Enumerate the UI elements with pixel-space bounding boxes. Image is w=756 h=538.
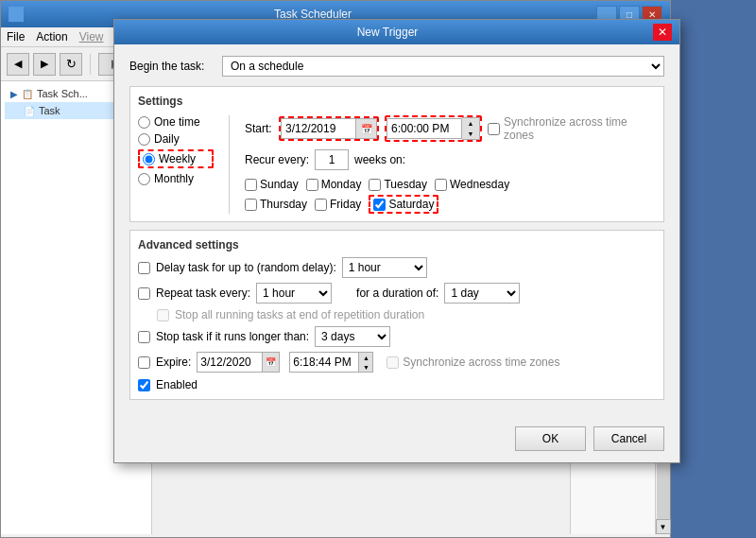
start-time-up-btn[interactable]: ▲ — [462, 118, 479, 129]
settings-inner: One time Daily Weekly Monthly — [138, 115, 656, 214]
modal-footer: OK Cancel — [114, 419, 679, 462]
settings-group: Settings One time Daily — [129, 86, 664, 222]
expire-time-up-btn[interactable]: ▲ — [359, 353, 372, 362]
sync-tz-label: Synchronize across time zones — [504, 115, 656, 142]
stop-running-checkbox — [157, 309, 169, 321]
duration-select[interactable]: 1 day 1 hour 12 hours Indefinitely — [444, 283, 520, 304]
enabled-row: Enabled — [138, 378, 656, 391]
radio-one-time[interactable]: One time — [138, 115, 214, 129]
start-time-input[interactable] — [387, 118, 462, 139]
repeat-task-label: Repeat task every: — [156, 286, 250, 300]
expire-time-down-btn[interactable]: ▼ — [359, 362, 372, 372]
sync-tz-checkbox[interactable] — [488, 123, 500, 135]
day-sunday-checkbox[interactable] — [245, 179, 257, 191]
modal-overlay: New Trigger ✕ Begin the task: On a sched… — [0, 0, 756, 538]
day-friday[interactable]: Friday — [315, 198, 361, 211]
day-friday-label: Friday — [330, 198, 361, 211]
stop-running-label: Stop all running tasks at end of repetit… — [175, 308, 424, 321]
begin-task-label: Begin the task: — [129, 60, 215, 73]
stop-running-row: Stop all running tasks at end of repetit… — [138, 308, 656, 321]
expire-date-input[interactable] — [198, 353, 262, 372]
days-row-2: Thursday Friday Saturday — [245, 195, 656, 214]
radio-weekly[interactable]: Weekly — [138, 149, 214, 168]
modal-body: Begin the task: On a schedule At log on … — [114, 44, 679, 419]
day-monday-label: Monday — [321, 178, 362, 191]
modal-close-button[interactable]: ✕ — [653, 24, 672, 41]
expire-sync-tz: Synchronize across time zones — [387, 356, 559, 369]
day-thursday-label: Thursday — [260, 198, 307, 211]
recur-every-label: Recur every: — [245, 153, 309, 166]
advanced-settings-label: Advanced settings — [138, 238, 656, 252]
expire-time-wrapper: ▲ ▼ — [289, 352, 373, 373]
ok-button[interactable]: OK — [515, 426, 586, 451]
radio-monthly-label: Monthly — [154, 172, 194, 185]
radio-daily-input[interactable] — [138, 133, 150, 146]
day-sunday[interactable]: Sunday — [245, 178, 299, 191]
radio-weekly-label: Weekly — [159, 152, 196, 165]
delay-task-select[interactable]: 1 hour 30 minutes 2 hours — [342, 257, 427, 278]
day-thursday-checkbox[interactable] — [245, 199, 257, 211]
days-grid: Sunday Monday Tuesday — [245, 178, 656, 214]
settings-divider — [229, 115, 230, 214]
recur-row: Recur every: weeks on: — [245, 149, 656, 170]
stop-longer-checkbox[interactable] — [138, 331, 150, 343]
start-label: Start: — [245, 122, 273, 135]
stop-longer-select[interactable]: 3 days 30 minutes 1 hour 2 hours — [315, 326, 390, 347]
right-settings: Start: 📅 ▲ ▼ — [245, 115, 656, 214]
expire-date-btn[interactable]: 📅 — [262, 353, 279, 372]
expire-checkbox[interactable] — [138, 356, 150, 369]
delay-task-row: Delay task for up to (random delay): 1 h… — [138, 257, 656, 278]
delay-task-label: Delay task for up to (random delay): — [156, 261, 336, 274]
day-monday[interactable]: Monday — [306, 178, 362, 191]
expire-sync-checkbox — [387, 356, 399, 369]
day-sunday-label: Sunday — [260, 178, 299, 191]
start-date-input[interactable] — [281, 118, 356, 139]
day-tuesday-checkbox[interactable] — [369, 179, 381, 191]
modal-titlebar: New Trigger ✕ — [114, 20, 679, 44]
repeat-task-select[interactable]: 1 hour 5 minutes 15 minutes 30 minutes — [256, 283, 332, 304]
start-date-btn[interactable]: 📅 — [356, 118, 377, 139]
day-tuesday-label: Tuesday — [384, 178, 427, 191]
radio-weekly-input[interactable] — [143, 153, 155, 165]
start-row: Start: 📅 ▲ ▼ — [245, 115, 656, 142]
stop-longer-label: Stop task if it runs longer than: — [156, 330, 309, 343]
radio-daily-label: Daily — [154, 132, 180, 146]
day-saturday-checkbox[interactable] — [373, 199, 386, 211]
recur-weeks-label: weeks on: — [354, 153, 405, 166]
expire-date-wrapper: 📅 — [197, 352, 280, 373]
expire-row: Expire: 📅 ▲ ▼ Synchronize a — [138, 352, 656, 373]
radio-daily[interactable]: Daily — [138, 132, 214, 146]
radio-one-time-input[interactable] — [138, 116, 150, 129]
cancel-button[interactable]: Cancel — [593, 426, 664, 451]
day-saturday[interactable]: Saturday — [369, 195, 438, 214]
days-row-1: Sunday Monday Tuesday — [245, 178, 656, 191]
radio-monthly[interactable]: Monthly — [138, 172, 214, 185]
recur-every-input[interactable] — [315, 149, 349, 170]
advanced-settings-group: Advanced settings Delay task for up to (… — [129, 230, 664, 400]
day-wednesday[interactable]: Wednesday — [435, 178, 509, 191]
for-duration-label: for a duration of: — [356, 286, 438, 300]
begin-task-select[interactable]: On a schedule At log on At startup — [222, 56, 664, 77]
enabled-label: Enabled — [156, 378, 198, 391]
day-wednesday-checkbox[interactable] — [435, 179, 447, 191]
repeat-task-row: Repeat task every: 1 hour 5 minutes 15 m… — [138, 283, 656, 304]
start-time-down-btn[interactable]: ▼ — [462, 129, 479, 139]
radio-monthly-input[interactable] — [138, 173, 150, 185]
repeat-task-checkbox[interactable] — [138, 287, 150, 300]
day-monday-checkbox[interactable] — [306, 179, 318, 191]
schedule-type-radio-group: One time Daily Weekly Monthly — [138, 115, 214, 214]
sync-tz-wrapper: Synchronize across time zones — [488, 115, 656, 142]
start-time-spinners: ▲ ▼ — [462, 117, 480, 140]
new-trigger-dialog: New Trigger ✕ Begin the task: On a sched… — [113, 19, 680, 463]
expire-time-input[interactable] — [290, 353, 358, 372]
enabled-checkbox[interactable] — [138, 379, 150, 391]
day-saturday-label: Saturday — [388, 198, 434, 211]
day-tuesday[interactable]: Tuesday — [369, 178, 427, 191]
radio-one-time-label: One time — [154, 115, 200, 129]
day-friday-checkbox[interactable] — [315, 199, 327, 211]
settings-group-label: Settings — [138, 95, 656, 108]
expire-sync-label: Synchronize across time zones — [403, 356, 559, 369]
delay-task-checkbox[interactable] — [138, 262, 150, 274]
stop-longer-row: Stop task if it runs longer than: 3 days… — [138, 326, 656, 347]
day-thursday[interactable]: Thursday — [245, 198, 307, 211]
